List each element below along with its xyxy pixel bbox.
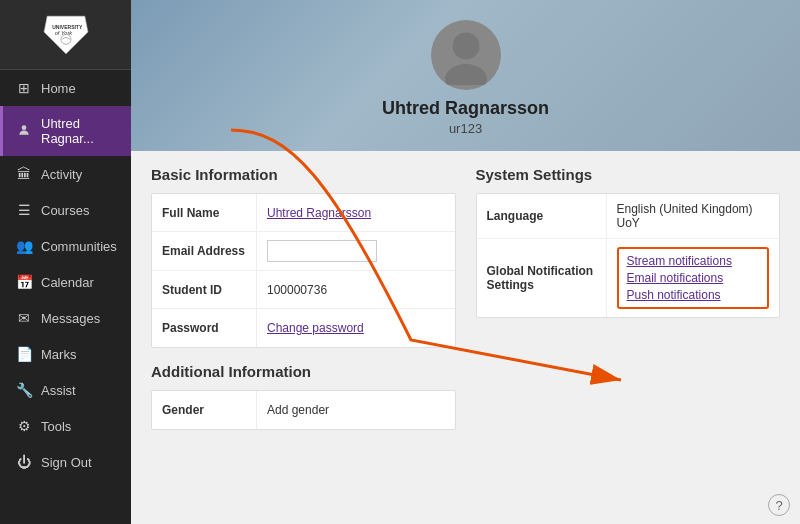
table-row: Email Address <box>152 232 455 271</box>
language-value: English (United Kingdom) UoY <box>607 194 780 238</box>
gender-label: Gender <box>152 391 257 429</box>
email-value <box>257 232 455 270</box>
user-icon <box>15 123 33 140</box>
sidebar-item-label: Calendar <box>41 275 94 290</box>
table-row: Language English (United Kingdom) UoY <box>477 194 780 239</box>
activity-icon: 🏛 <box>15 166 33 182</box>
gender-value: Add gender <box>257 391 455 429</box>
profile-username: ur123 <box>449 121 482 136</box>
sidebar-item-home[interactable]: ⊞ Home <box>0 70 131 106</box>
sidebar-item-label: Assist <box>41 383 76 398</box>
messages-icon: ✉ <box>15 310 33 326</box>
sidebar-item-label: Marks <box>41 347 76 362</box>
notification-box: Stream notifications Email notifications… <box>617 247 770 309</box>
sidebar-item-profile[interactable]: Uhtred Ragnar... <box>0 106 131 156</box>
additional-info-table: Gender Add gender <box>151 390 456 430</box>
svg-point-6 <box>452 33 479 60</box>
main-content: Uhtred Ragnarsson ur123 Basic Informatio… <box>131 0 800 524</box>
logo: UNIVERSITY of York <box>0 0 131 70</box>
additional-info-section: Additional Information Gender Add gender <box>151 363 456 430</box>
sidebar-item-label: Courses <box>41 203 89 218</box>
sidebar-item-marks[interactable]: 📄 Marks <box>0 336 131 372</box>
sidebar-item-tools[interactable]: ⚙ Tools <box>0 408 131 444</box>
university-logo: UNIVERSITY of York <box>41 10 91 60</box>
push-notifications-link[interactable]: Push notifications <box>627 288 760 302</box>
system-settings-title: System Settings <box>476 166 781 183</box>
additional-info-title: Additional Information <box>151 363 456 380</box>
marks-icon: 📄 <box>15 346 33 362</box>
change-password-link[interactable]: Change password <box>257 309 455 347</box>
full-name-value[interactable]: Uhtred Ragnarsson <box>257 194 455 231</box>
table-row: Password Change password <box>152 309 455 347</box>
notification-links: Stream notifications Email notifications… <box>607 239 780 317</box>
signout-icon: ⏻ <box>15 454 33 470</box>
content-area: Basic Information Full Name Uhtred Ragna… <box>131 151 800 524</box>
sidebar-item-label: Home <box>41 81 76 96</box>
profile-header: Uhtred Ragnarsson ur123 <box>131 0 800 151</box>
student-id-label: Student ID <box>152 271 257 308</box>
email-notifications-link[interactable]: Email notifications <box>627 271 760 285</box>
stream-notifications-link[interactable]: Stream notifications <box>627 254 760 268</box>
student-id-value: 100000736 <box>257 271 455 308</box>
language-label: Language <box>477 194 607 238</box>
email-label: Email Address <box>152 232 257 270</box>
table-row: Gender Add gender <box>152 391 455 429</box>
sidebar-item-messages[interactable]: ✉ Messages <box>0 300 131 336</box>
home-icon: ⊞ <box>15 80 33 96</box>
sidebar-item-signout[interactable]: ⏻ Sign Out <box>0 444 131 480</box>
sidebar-item-label: Messages <box>41 311 100 326</box>
table-row: Student ID 100000736 <box>152 271 455 309</box>
email-field[interactable] <box>267 240 377 262</box>
avatar-image <box>436 25 496 85</box>
communities-icon: 👥 <box>15 238 33 254</box>
password-label: Password <box>152 309 257 347</box>
sidebar-item-communities[interactable]: 👥 Communities <box>0 228 131 264</box>
system-settings-section: System Settings Language English (United… <box>476 166 781 509</box>
courses-icon: ☰ <box>15 202 33 218</box>
full-name-label: Full Name <box>152 194 257 231</box>
sidebar-item-activity[interactable]: 🏛 Activity <box>0 156 131 192</box>
sidebar-item-label: Tools <box>41 419 71 434</box>
svg-text:UNIVERSITY: UNIVERSITY <box>52 23 83 29</box>
svg-point-4 <box>22 125 27 130</box>
sidebar-item-label: Sign Out <box>41 455 92 470</box>
sidebar: UNIVERSITY of York ⊞ Home Uhtred Ragnar.… <box>0 0 131 524</box>
sidebar-item-calendar[interactable]: 📅 Calendar <box>0 264 131 300</box>
basic-info-table: Full Name Uhtred Ragnarsson Email Addres… <box>151 193 456 348</box>
assist-icon: 🔧 <box>15 382 33 398</box>
system-settings-table: Language English (United Kingdom) UoY Gl… <box>476 193 781 318</box>
help-button[interactable]: ? <box>768 494 790 516</box>
table-row: Full Name Uhtred Ragnarsson <box>152 194 455 232</box>
sidebar-nav: ⊞ Home Uhtred Ragnar... 🏛 Activity ☰ Cou… <box>0 70 131 524</box>
sidebar-item-assist[interactable]: 🔧 Assist <box>0 372 131 408</box>
sidebar-item-label: Communities <box>41 239 117 254</box>
sidebar-item-courses[interactable]: ☰ Courses <box>0 192 131 228</box>
sidebar-item-label: Activity <box>41 167 82 182</box>
calendar-icon: 📅 <box>15 274 33 290</box>
table-row: Global Notification Settings Stream noti… <box>477 239 780 317</box>
basic-info-title: Basic Information <box>151 166 456 183</box>
avatar <box>431 20 501 90</box>
basic-info-section: Basic Information Full Name Uhtred Ragna… <box>151 166 456 509</box>
svg-point-7 <box>445 64 487 85</box>
profile-name: Uhtred Ragnarsson <box>382 98 549 119</box>
sidebar-item-label: Uhtred Ragnar... <box>41 116 119 146</box>
tools-icon: ⚙ <box>15 418 33 434</box>
notification-label: Global Notification Settings <box>477 239 607 317</box>
